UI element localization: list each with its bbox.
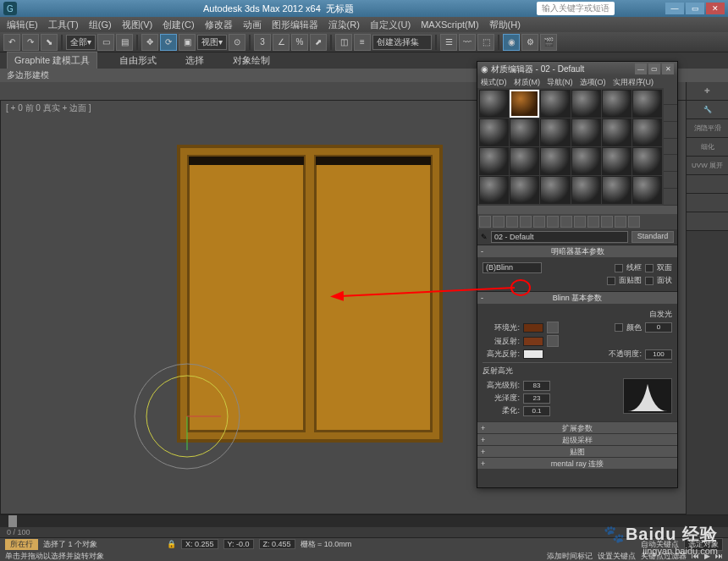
assign-material-button[interactable] [506, 216, 518, 228]
selfillum-spinner[interactable]: 0 [645, 322, 672, 333]
material-id-button[interactable] [574, 216, 586, 228]
coord-x[interactable]: X: 0.255 [181, 539, 218, 549]
make-unique-button[interactable] [547, 216, 559, 228]
mat-slot[interactable] [510, 147, 539, 175]
menu-graph[interactable]: 图形编辑器 [272, 19, 318, 31]
rollout-shader[interactable]: 明暗器基本参数 [477, 245, 677, 257]
facemap-check[interactable] [607, 277, 615, 285]
mirror-button[interactable]: ◫ [335, 34, 352, 51]
link-button[interactable]: ⬊ [41, 34, 58, 51]
video-check-button[interactable] [664, 155, 677, 172]
go-parent-button[interactable] [615, 216, 626, 228]
layers-button[interactable]: ☰ [440, 34, 457, 51]
named-selset[interactable]: 创建选择集 [372, 35, 432, 50]
keymode-dropdown[interactable]: 选定对象 [684, 538, 723, 551]
options-button[interactable] [664, 189, 677, 206]
wireframe-check[interactable] [615, 264, 623, 272]
rollout-maps[interactable]: 贴图 [477, 445, 677, 457]
time-slider[interactable] [8, 515, 17, 527]
cmd-slot[interactable] [687, 194, 728, 212]
selection-filter[interactable]: 全部 ▾ [66, 35, 96, 50]
get-material-button[interactable] [479, 216, 491, 228]
ambient-swatch[interactable] [523, 323, 543, 333]
move-button[interactable]: ✥ [141, 34, 158, 51]
mat-slot[interactable] [632, 90, 662, 118]
cmd-item[interactable]: 消隐平滑 [687, 119, 728, 138]
pivot-button[interactable]: ⊙ [229, 34, 245, 51]
diffuse-map-button[interactable] [547, 335, 559, 347]
select-button[interactable]: ▭ [97, 34, 114, 51]
scale-button[interactable]: ▣ [179, 34, 196, 51]
mat-menu-mode[interactable]: 模式(D) [481, 77, 507, 88]
minimize-button[interactable]: — [665, 3, 684, 14]
help-search[interactable]: 输入关键字或短语 [537, 2, 615, 15]
tab-freeform[interactable]: 自由形式 [113, 52, 163, 69]
maximize-button[interactable]: ▭ [686, 3, 704, 14]
mat-slot[interactable] [632, 147, 662, 175]
cmd-item[interactable]: 细化 [687, 138, 728, 157]
keyfilter-button[interactable]: 关键点过滤器 [641, 551, 687, 562]
rotate-gizmo[interactable] [132, 361, 242, 471]
sample-type-button[interactable] [664, 88, 677, 105]
ref-coord[interactable]: 视图 ▾ [197, 35, 227, 50]
menu-render[interactable]: 渲染(R) [328, 19, 360, 31]
cmd-tab-create[interactable]: ✚ [687, 82, 728, 101]
coord-z[interactable]: Z: 0.455 [259, 539, 295, 549]
faceted-check[interactable] [645, 277, 654, 285]
gloss-spinner[interactable]: 23 [523, 393, 550, 404]
rollout-supersample[interactable]: 超级采样 [477, 433, 677, 445]
viewport-label[interactable]: [ + 0 前 0 真实 + 边面 ] [6, 102, 91, 114]
go-sibling-button[interactable] [628, 216, 640, 228]
menu-help[interactable]: 帮助(H) [489, 19, 521, 31]
reset-button[interactable] [520, 216, 532, 228]
mat-slot[interactable] [479, 90, 509, 118]
menu-group[interactable]: 组(G) [89, 19, 112, 31]
selfillum-check[interactable] [615, 323, 623, 332]
twosided-check[interactable] [645, 264, 654, 272]
angle-snap-button[interactable]: ∠ [273, 34, 290, 51]
menu-view[interactable]: 视图(V) [122, 19, 153, 31]
menu-create[interactable]: 创建(C) [163, 19, 194, 31]
menu-tools[interactable]: 工具(T) [48, 19, 79, 31]
mat-slot[interactable] [571, 176, 601, 204]
background-button[interactable] [664, 122, 677, 139]
autokey-button[interactable]: 自动关键点 [641, 539, 679, 550]
rollout-mentalray[interactable]: mental ray 连接 [477, 457, 677, 469]
mat-slot[interactable] [571, 147, 601, 175]
uv-tile-button[interactable] [664, 139, 677, 156]
redo-button[interactable]: ↷ [22, 34, 39, 51]
mat-slot[interactable] [602, 176, 631, 204]
tab-paint[interactable]: 对象绘制 [226, 52, 277, 69]
cmd-tab-modify[interactable]: 🔧 [687, 101, 728, 119]
setkey-button[interactable]: 设置关键点 [598, 551, 636, 562]
mat-slot[interactable] [632, 118, 662, 146]
soften-spinner[interactable]: 0.1 [523, 406, 550, 416]
show-result-button[interactable] [601, 216, 613, 228]
preview-button[interactable] [664, 172, 677, 189]
mat-slot[interactable] [540, 118, 570, 146]
sample-scrollbar[interactable] [477, 206, 677, 214]
rollout-extended[interactable]: 扩展参数 [477, 421, 677, 433]
mat-slot[interactable] [602, 90, 631, 118]
opacity-spinner[interactable]: 100 [645, 349, 672, 360]
play-fwd-button[interactable]: ⏭ [715, 552, 723, 560]
mat-slot[interactable] [479, 147, 509, 175]
rollout-blinn[interactable]: Blinn 基本参数 [477, 292, 677, 304]
tab-graphite[interactable]: Graphite 建模工具 [7, 52, 97, 69]
material-name-input[interactable] [491, 231, 628, 243]
menu-edit[interactable]: 编辑(E) [7, 19, 38, 31]
play-button[interactable]: ▶ [704, 552, 710, 560]
material-editor-titlebar[interactable]: ◉ 材质编辑器 - 02 - Default — ▭ ✕ [477, 62, 677, 76]
mat-menu-options[interactable]: 选项(O) [580, 77, 606, 88]
material-type-button[interactable]: Standard [631, 231, 674, 243]
mat-slot[interactable] [540, 176, 570, 204]
mat-slot[interactable] [479, 176, 509, 204]
menu-maxscript[interactable]: MAXScript(M) [421, 19, 478, 30]
dialog-close[interactable]: ✕ [662, 63, 674, 74]
addtime-button[interactable]: 添加时间标记 [547, 551, 593, 562]
cmd-slot[interactable] [687, 175, 728, 194]
specular-swatch[interactable] [523, 349, 543, 359]
mat-slot[interactable] [479, 118, 509, 146]
lock-icon[interactable]: 🔒 [167, 540, 176, 548]
put-library-button[interactable] [560, 216, 572, 228]
